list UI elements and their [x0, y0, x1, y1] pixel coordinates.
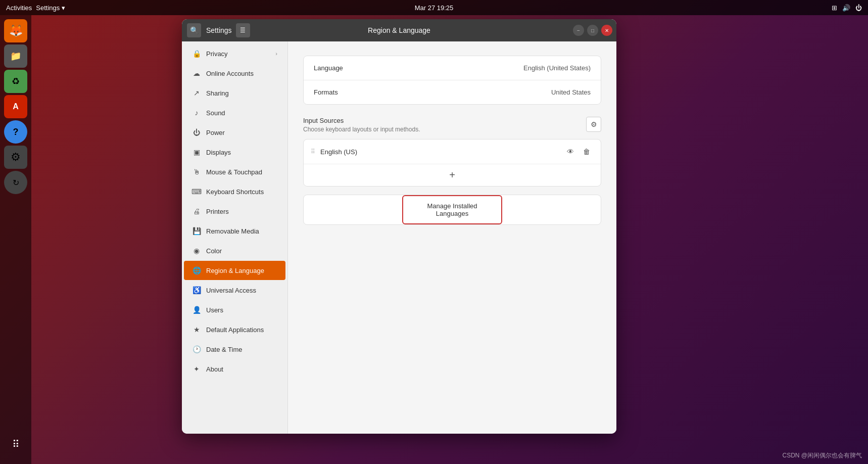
sound-icon: ♪	[192, 108, 201, 117]
input-source-english-us: ⠿ English (US) 👁 🗑	[304, 140, 601, 164]
delete-input-source-button[interactable]: 🗑	[580, 145, 594, 159]
sidebar-item-sound[interactable]: ♪ Sound	[184, 103, 285, 122]
taskbar-firefox[interactable]: 🦊	[4, 19, 27, 42]
settings-menu-label[interactable]: Settings ▾	[36, 4, 65, 12]
add-icon: +	[449, 169, 455, 181]
input-sources-card: ⠿ English (US) 👁 🗑 +	[303, 139, 601, 187]
network-icon: ⊞	[832, 4, 837, 12]
default-apps-icon: ★	[192, 325, 201, 334]
watermark: CSDN @闲闲偶尔也会有脾气	[782, 451, 862, 460]
formats-label: Formats	[314, 88, 338, 96]
drag-handle-icon[interactable]: ⠿	[311, 148, 315, 155]
language-row[interactable]: Language English (United States)	[304, 56, 601, 80]
sidebar-item-users-label: Users	[206, 306, 223, 314]
input-sources-text: Input Sources Choose keyboard layouts or…	[303, 117, 420, 133]
sidebar-item-removable-media[interactable]: 💾 Removable Media	[184, 221, 285, 241]
about-icon: ✦	[192, 364, 201, 374]
grid-icon: ⠿	[12, 438, 20, 450]
sidebar-item-printers[interactable]: 🖨 Printers	[184, 202, 285, 221]
titlebar-appname: Settings	[203, 26, 232, 34]
taskbar-grid[interactable]: ⠿	[4, 433, 27, 456]
add-input-source-row[interactable]: +	[304, 164, 601, 186]
region-language-icon: 🌐	[192, 266, 201, 275]
sidebar-item-sharing-label: Sharing	[206, 89, 229, 97]
content-area: Language English (United States) Formats…	[288, 41, 616, 434]
taskbar-updates[interactable]: ↻	[4, 171, 27, 194]
manage-installed-languages-button[interactable]: Manage Installed Languages	[402, 195, 503, 224]
window-titlebar: 🔍 Settings ☰ Region & Language − □ ✕	[182, 19, 616, 41]
activities-label[interactable]: Activities	[6, 4, 32, 12]
topbar-right: ⊞ 🔊 ⏻	[832, 4, 862, 12]
formats-row[interactable]: Formats United States	[304, 80, 601, 104]
manage-languages-side-left	[304, 195, 402, 224]
mouse-icon: 🖱	[192, 167, 201, 176]
sharing-icon: ↗	[192, 88, 201, 98]
date-time-icon: 🕐	[192, 345, 201, 354]
keyboard-icon: ⌨	[192, 187, 201, 196]
sidebar-item-default-applications[interactable]: ★ Default Applications	[184, 320, 285, 339]
input-sources-gear-button[interactable]: ⚙	[586, 117, 601, 132]
sidebar-item-about[interactable]: ✦ About	[184, 359, 285, 379]
topbar-center: Mar 27 19:25	[415, 4, 454, 12]
sidebar-item-keyboard-shortcuts[interactable]: ⌨ Keyboard Shortcuts	[184, 182, 285, 201]
titlebar-menu-button[interactable]: ☰	[236, 23, 250, 37]
titlebar-left: 🔍 Settings ☰	[182, 23, 250, 37]
minimize-button[interactable]: −	[573, 25, 584, 36]
privacy-icon: 🔒	[192, 49, 201, 58]
formats-value: United States	[551, 88, 591, 96]
sidebar-item-displays-label: Displays	[206, 149, 231, 156]
manage-languages-side-right	[502, 195, 601, 224]
online-accounts-icon: ☁	[192, 69, 201, 78]
taskbar-trash[interactable]: ♻	[4, 70, 27, 93]
sidebar-item-users[interactable]: 👤 Users	[184, 300, 285, 319]
taskbar-help[interactable]: ?	[4, 120, 27, 144]
sidebar-item-displays[interactable]: ▣ Displays	[184, 143, 285, 162]
close-button[interactable]: ✕	[601, 25, 612, 36]
volume-icon[interactable]: 🔊	[842, 4, 850, 12]
language-label: Language	[314, 64, 343, 72]
language-value: English (United States)	[523, 64, 591, 72]
sidebar-item-removable-label: Removable Media	[206, 227, 259, 235]
titlebar-search-button[interactable]: 🔍	[187, 23, 201, 37]
input-sources-subtitle: Choose keyboard layouts or input methods…	[303, 126, 420, 133]
taskbar-appstore[interactable]: A	[4, 95, 27, 118]
sidebar-item-region-label: Region & Language	[206, 267, 264, 274]
taskbar-files[interactable]: 📁	[4, 44, 27, 68]
maximize-button[interactable]: □	[587, 25, 598, 36]
preview-input-source-button[interactable]: 👁	[563, 145, 577, 159]
sidebar-item-default-apps-label: Default Applications	[206, 326, 264, 334]
sidebar-item-online-accounts-label: Online Accounts	[206, 70, 254, 77]
sidebar-item-color-label: Color	[206, 247, 222, 255]
chevron-icon: ›	[275, 51, 277, 57]
titlebar-controls: − □ ✕	[573, 25, 616, 36]
language-formats-card: Language English (United States) Formats…	[303, 56, 601, 105]
sidebar-item-printers-label: Printers	[206, 208, 229, 215]
topbar: Activities Settings ▾ Mar 27 19:25 ⊞ 🔊 ⏻	[0, 0, 868, 15]
sidebar-item-mouse-label: Mouse & Touchpad	[206, 168, 262, 176]
input-source-actions: 👁 🗑	[563, 145, 594, 159]
sidebar-item-power-label: Power	[206, 129, 225, 136]
color-icon: ◉	[192, 246, 201, 255]
sidebar-item-about-label: About	[206, 365, 223, 373]
sidebar-item-universal-access[interactable]: ♿ Universal Access	[184, 281, 285, 300]
window-body: 🔒 Privacy › ☁ Online Accounts ↗ Sharing …	[182, 41, 616, 434]
power-icon[interactable]: ⏻	[855, 4, 862, 12]
sidebar-item-privacy[interactable]: 🔒 Privacy ›	[184, 44, 285, 63]
users-icon: 👤	[192, 305, 201, 314]
sidebar-item-privacy-label: Privacy	[206, 50, 228, 58]
sidebar-item-sound-label: Sound	[206, 109, 225, 117]
taskbar: 🦊 📁 ♻ A ? ⚙ ↻ ⠿	[0, 15, 31, 464]
input-sources-title: Input Sources	[303, 117, 420, 124]
universal-access-icon: ♿	[192, 286, 201, 295]
taskbar-settings[interactable]: ⚙	[4, 146, 27, 169]
sidebar-item-online-accounts[interactable]: ☁ Online Accounts	[184, 64, 285, 83]
sidebar-item-power[interactable]: ⏻ Power	[184, 123, 285, 142]
sidebar-item-date-time[interactable]: 🕐 Date & Time	[184, 340, 285, 359]
sidebar-item-mouse-touchpad[interactable]: 🖱 Mouse & Touchpad	[184, 162, 285, 181]
sidebar-item-sharing[interactable]: ↗ Sharing	[184, 83, 285, 103]
sidebar-item-universal-label: Universal Access	[206, 287, 256, 294]
sidebar-item-color[interactable]: ◉ Color	[184, 241, 285, 260]
sidebar-item-date-time-label: Date & Time	[206, 346, 243, 353]
sidebar-item-region-language[interactable]: 🌐 Region & Language	[184, 261, 285, 280]
printers-icon: 🖨	[192, 207, 201, 216]
